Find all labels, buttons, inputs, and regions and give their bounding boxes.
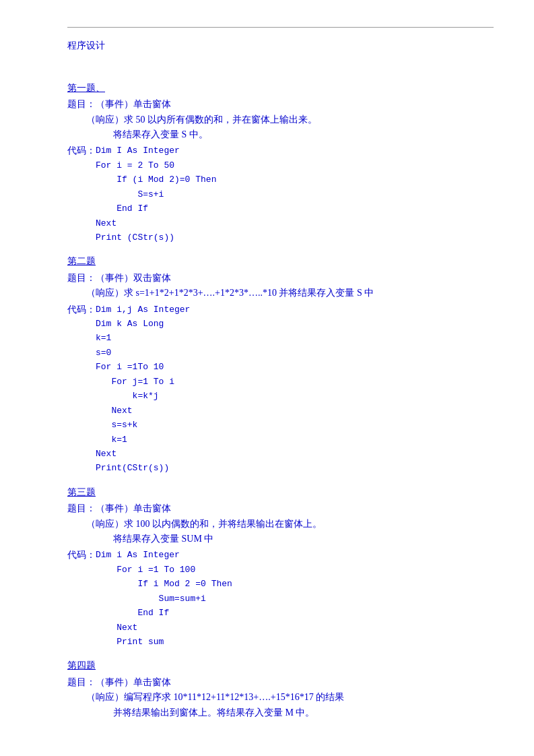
code-line: If (i Mod 2)=0 Then: [96, 172, 216, 187]
code-line: For i = 2 To 50: [96, 158, 216, 172]
code-line: s=s+k: [96, 418, 190, 432]
code-line: For i =1 To 100: [96, 563, 232, 577]
problem-1-desc2: 将结果存入变量 S 中。: [67, 127, 494, 142]
section-title: 程序设计: [67, 38, 494, 53]
code-line: S=s+i: [96, 187, 216, 201]
code-line: If i Mod 2 =0 Then: [96, 577, 232, 591]
problem-2-code-block: Dim i,j As Integer Dim k As Long k=1 s=0…: [96, 303, 190, 476]
code-line: Next: [96, 447, 190, 461]
problem-2-code-label: 代码：: [67, 303, 96, 476]
page-container: 程序设计 第一题、 题目：（事件）单击窗体 （响应）求 50 以内所有偶数的和，…: [0, 0, 534, 756]
problem-2-desc1: （响应）求 s=1+1*2+1*2*3+….+1*2*3*…..*10 并将结果…: [67, 286, 494, 301]
code-line: Dim i,j As Integer: [96, 303, 190, 317]
code-line: Print sum: [96, 635, 232, 649]
code-line: Print (CStr(s)): [96, 230, 216, 245]
problem-4-desc2: 并将结果输出到窗体上。将结果存入变量 M 中。: [67, 705, 494, 720]
problem-4-desc1: （响应）编写程序求 10*11*12+11*12*13+….+15*16*17 …: [67, 690, 494, 705]
problem-1-title: 题目：（事件）单击窗体: [67, 97, 494, 112]
problem-1-code-label: 代码：: [67, 144, 96, 245]
problem-4-number: 第四题: [67, 658, 494, 673]
problem-3-code-block: Dim i As Integer For i =1 To 100 If i Mo…: [96, 548, 232, 649]
problem-2-number: 第二题: [67, 254, 494, 269]
code-line: Sum=sum+i: [96, 592, 232, 606]
problem-1-number: 第一题、: [67, 81, 494, 96]
problem-2: 第二题 题目：（事件）双击窗体 （响应）求 s=1+1*2+1*2*3+….+1…: [67, 254, 494, 475]
code-line: k=k*j: [96, 389, 190, 403]
code-line: Next: [96, 216, 216, 230]
code-line: For j=1 To i: [96, 375, 190, 389]
code-line: Dim k As Long: [96, 317, 190, 331]
code-line: Print(CStr(s)): [96, 461, 190, 475]
top-divider: [67, 27, 494, 28]
code-line: End If: [96, 606, 232, 620]
problem-4-title: 题目：（事件）单击窗体: [67, 675, 494, 690]
code-line: k=1: [96, 433, 190, 447]
code-line: Next: [96, 404, 190, 418]
code-line: End If: [96, 201, 216, 216]
problem-1-desc1: （响应）求 50 以内所有偶数的和，并在窗体上输出来。: [67, 113, 494, 127]
problem-1-code-block: Dim I As Integer For i = 2 To 50 If (i M…: [96, 144, 216, 245]
problem-3-code-label: 代码：: [67, 548, 96, 649]
code-line: Dim I As Integer: [96, 144, 216, 158]
problem-2-title: 题目：（事件）双击窗体: [67, 271, 494, 286]
code-line: k=1: [96, 331, 190, 345]
code-line: s=0: [96, 346, 190, 360]
problem-3-title: 题目：（事件）单击窗体: [67, 501, 494, 516]
code-line: Dim i As Integer: [96, 548, 232, 562]
problem-4: 第四题 题目：（事件）单击窗体 （响应）编写程序求 10*11*12+11*12…: [67, 658, 494, 720]
problem-1-code-section: 代码： Dim I As Integer For i = 2 To 50 If …: [67, 144, 494, 245]
problem-3-code-section: 代码： Dim i As Integer For i =1 To 100 If …: [67, 548, 494, 649]
problem-3-desc1: （响应）求 100 以内偶数的和，并将结果输出在窗体上。: [67, 517, 494, 532]
problem-3: 第三题 题目：（事件）单击窗体 （响应）求 100 以内偶数的和，并将结果输出在…: [67, 485, 494, 650]
problem-1: 第一题、 题目：（事件）单击窗体 （响应）求 50 以内所有偶数的和，并在窗体上…: [67, 81, 494, 245]
code-line: For i =1To 10: [96, 360, 190, 374]
problem-3-desc2: 将结果存入变量 SUM 中: [67, 532, 494, 546]
code-line: Next: [96, 621, 232, 635]
problem-3-number: 第三题: [67, 485, 494, 500]
problem-2-code-section: 代码： Dim i,j As Integer Dim k As Long k=1…: [67, 303, 494, 476]
